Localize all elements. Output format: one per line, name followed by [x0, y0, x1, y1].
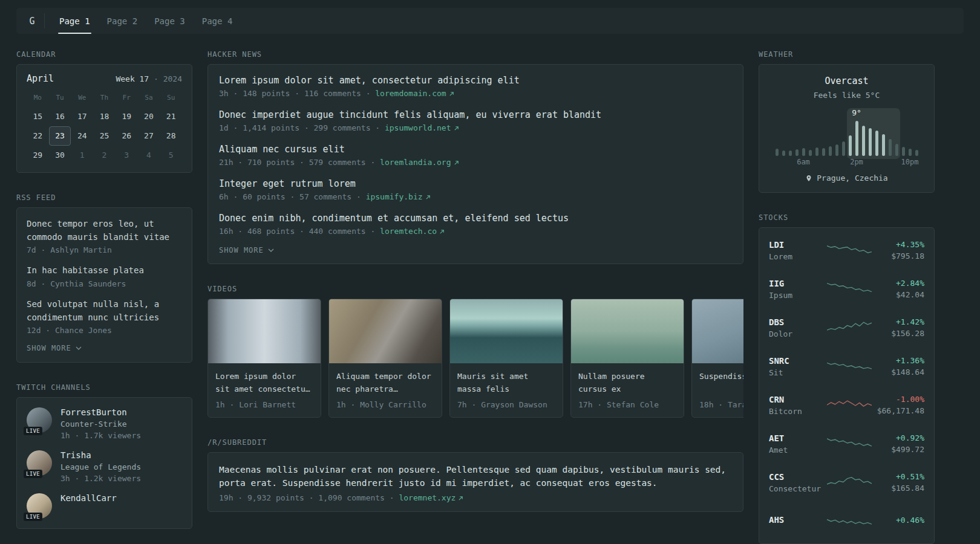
weather-widget: WEATHER Overcast Feels like 5°C 9° 6am2p…: [759, 50, 935, 193]
twitch-channel[interactable]: LIVE ForrestBurton Counter-Strike 1h · 1…: [27, 407, 182, 440]
calendar-widget: CALENDAR April Week 17 · 2024 MoTuWeThFr…: [16, 50, 192, 173]
page-tab[interactable]: Page 1: [58, 8, 91, 34]
story-title[interactable]: Integer eget rutrum lorem: [219, 178, 732, 189]
video-thumbnail[interactable]: [329, 299, 442, 363]
video-thumbnail[interactable]: [571, 299, 684, 363]
weekday-label: Mo: [27, 94, 49, 102]
video-title[interactable]: Mauris sit amet massa felis: [457, 370, 555, 395]
rss-item-title[interactable]: Donec tempor eros leo, ut commodo mauris…: [27, 218, 182, 244]
story-title[interactable]: Donec imperdiet augue tincidunt felis al…: [219, 109, 732, 120]
video-meta: 1h · Lori Barnett: [215, 400, 313, 409]
story: Donec imperdiet augue tincidunt felis al…: [219, 109, 732, 132]
stock-row[interactable]: AHS +0.46%: [769, 502, 924, 540]
calendar-day[interactable]: 3: [116, 146, 138, 165]
calendar-day[interactable]: 29: [27, 146, 49, 165]
video-thumbnail[interactable]: [450, 299, 563, 363]
story-title[interactable]: Donec enim nibh, condimentum et accumsan…: [219, 213, 732, 224]
stock-row[interactable]: CCS Consectetur +0.51% $165.84: [769, 463, 924, 502]
subreddit-widget-title: /R/SUBREDDIT: [207, 438, 743, 447]
story-source-link[interactable]: loremtech.co: [380, 227, 445, 236]
page-tab[interactable]: Page 2: [106, 8, 139, 34]
calendar-day[interactable]: 26: [116, 126, 138, 146]
stock-row[interactable]: SNRC Sit +1.36% $148.64: [769, 347, 924, 386]
channel-name[interactable]: Trisha: [60, 450, 141, 460]
app-logo[interactable]: G: [20, 8, 44, 34]
calendar-day[interactable]: 16: [49, 107, 71, 126]
weather-location-text: Prague, Czechia: [817, 173, 887, 183]
calendar-day[interactable]: 20: [138, 107, 160, 126]
story-source-link[interactable]: ipsumworld.net: [385, 123, 459, 132]
calendar-day[interactable]: 4: [138, 146, 160, 165]
video-thumbnail[interactable]: [208, 299, 321, 363]
weather-card: Overcast Feels like 5°C 9° 6am2pm10pm Pr…: [759, 64, 935, 193]
weather-time-labels: 6am2pm10pm: [776, 158, 918, 166]
calendar-day[interactable]: 28: [160, 126, 182, 146]
channel-name[interactable]: ForrestBurton: [60, 407, 141, 417]
calendar-day[interactable]: 1: [71, 146, 93, 165]
video-thumbnail[interactable]: [692, 299, 743, 363]
calendar-day[interactable]: 18: [93, 107, 116, 126]
page-tab[interactable]: Page 3: [153, 8, 186, 34]
calendar-day[interactable]: 19: [116, 107, 138, 126]
video-card[interactable]: Nullam posuere cursus ex 17h · Stefan Co…: [570, 299, 684, 418]
weather-hour-bar: [855, 121, 858, 156]
channel-info: ForrestBurton Counter-Strike 1h · 1.7k v…: [60, 407, 141, 440]
calendar-day[interactable]: 5: [160, 146, 182, 165]
story-title[interactable]: Aliquam nec cursus elit: [219, 144, 732, 155]
story-source-link[interactable]: loremlandia.org: [380, 158, 459, 167]
twitch-channel[interactable]: LIVE Trisha League of Legends 3h · 1.2k …: [27, 450, 182, 483]
story-stats: 6h · 60 points · 57 comments ·: [219, 192, 366, 201]
rss-item-title[interactable]: Sed volutpat nulla nisl, a condimentum n…: [27, 298, 182, 324]
video-card[interactable]: Lorem ipsum dolor sit amet consectetu… 1…: [207, 299, 321, 418]
story-source-link[interactable]: ipsumify.biz: [366, 192, 431, 201]
post-title[interactable]: Maecenas mollis pulvinar erat non posuer…: [219, 463, 732, 490]
stock-price: $42.04: [872, 290, 924, 299]
video-title[interactable]: Lorem ipsum dolor sit amet consectetu…: [215, 370, 313, 395]
stock-price: $148.64: [872, 368, 924, 377]
calendar-day[interactable]: 27: [138, 126, 160, 146]
calendar-day[interactable]: 25: [93, 126, 116, 146]
video-card[interactable]: Suspendisse diam 18h · Tara: [691, 299, 743, 418]
channel-meta: 1h · 1.7k viewers: [60, 431, 141, 440]
video-title[interactable]: Nullam posuere cursus ex: [578, 370, 676, 395]
videos-row: Lorem ipsum dolor sit amet consectetu… 1…: [207, 299, 743, 418]
calendar-day[interactable]: 30: [49, 146, 71, 165]
rss-item-title[interactable]: In hac habitasse platea: [27, 264, 182, 277]
weather-hour-bar: [862, 126, 865, 156]
calendar-week: Week 17 · 2024: [116, 74, 182, 83]
video-title[interactable]: Aliquam tempor dolor nec pharetra…: [336, 370, 434, 395]
calendar-day[interactable]: 17: [71, 107, 93, 126]
calendar-day[interactable]: 21: [160, 107, 182, 126]
channel-avatar: LIVE: [27, 450, 52, 476]
twitch-channel[interactable]: LIVE KendallCarr: [27, 493, 182, 519]
channel-game: League of Legends: [60, 462, 141, 471]
videos-widget-title: VIDEOS: [207, 285, 743, 293]
post-source-link[interactable]: loremnet.xyz: [399, 493, 463, 502]
weather-hour-bar: [889, 139, 892, 156]
video-card-body: Suspendisse diam 18h · Tara: [692, 363, 743, 417]
rss-show-more-button[interactable]: SHOW MORE: [27, 344, 182, 352]
hackernews-show-more-button[interactable]: SHOW MORE: [219, 246, 732, 254]
weather-hour-bar: [915, 150, 918, 156]
channel-name[interactable]: KendallCarr: [60, 493, 117, 503]
calendar-day[interactable]: 23: [49, 126, 71, 146]
stock-row[interactable]: CRN Bitcorn -1.00% $66,171.48: [769, 386, 924, 424]
stock-values: +1.36% $148.64: [872, 356, 924, 377]
calendar-day[interactable]: 15: [27, 107, 49, 126]
page-tab[interactable]: Page 4: [201, 8, 234, 34]
calendar-day[interactable]: 24: [71, 126, 93, 146]
story-source-link[interactable]: loremdomain.com: [375, 89, 454, 98]
stock-row[interactable]: AET Amet +0.92% $499.72: [769, 424, 924, 463]
calendar-day[interactable]: 22: [27, 126, 49, 146]
stock-id: AET Amet: [769, 433, 827, 455]
calendar-day[interactable]: 2: [93, 146, 116, 165]
stock-row[interactable]: LDI Lorem +4.35% $795.18: [769, 231, 924, 270]
external-link-icon: [454, 126, 459, 131]
stock-row[interactable]: DBS Dolor +1.42% $156.28: [769, 308, 924, 347]
stock-row[interactable]: IIG Ipsum +2.84% $42.04: [769, 270, 924, 308]
stocks-widget-title: STOCKS: [759, 213, 935, 222]
video-card[interactable]: Mauris sit amet massa felis 7h · Grayson…: [449, 299, 563, 418]
video-title[interactable]: Suspendisse diam: [699, 370, 743, 395]
video-card[interactable]: Aliquam tempor dolor nec pharetra… 1h · …: [328, 299, 442, 418]
story-title[interactable]: Lorem ipsum dolor sit amet, consectetur …: [219, 75, 732, 86]
